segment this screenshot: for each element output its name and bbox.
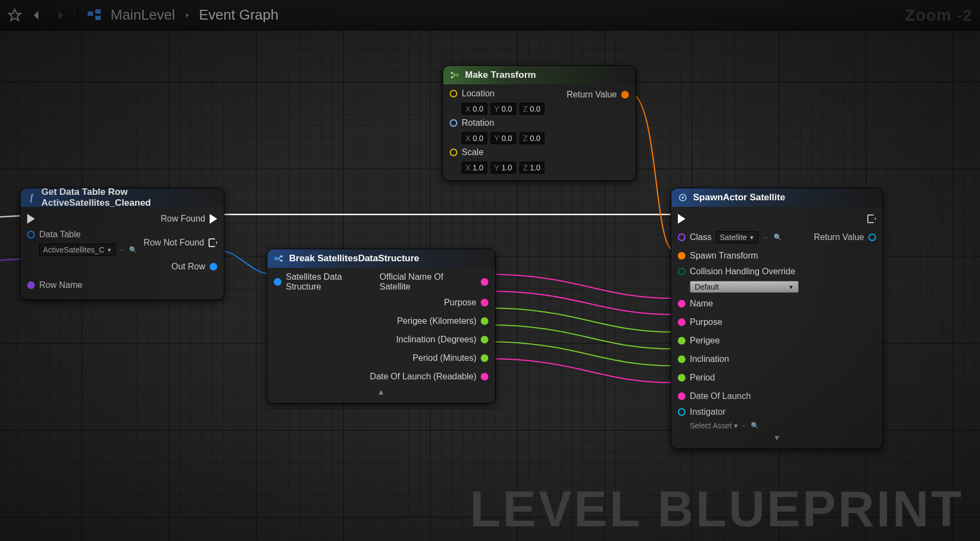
expand-down-icon[interactable]: ▼ (678, 433, 876, 442)
scl-z-field[interactable]: Z1.0 (519, 162, 544, 174)
in-pin-inclination[interactable] (678, 355, 685, 363)
pin-label: Out Row (171, 262, 205, 272)
pin-label: Instigator (690, 407, 726, 417)
rotation-pin[interactable] (450, 119, 457, 127)
exec-in-pin[interactable] (27, 214, 35, 224)
pin-label: Name (690, 299, 713, 309)
node-header[interactable]: Break SatellitesDataStructure (267, 249, 495, 268)
make-struct-icon (450, 70, 460, 80)
expand-down-icon[interactable]: ▲ (274, 388, 488, 396)
out-row-pin[interactable] (210, 263, 217, 270)
exec-in-pin[interactable] (678, 214, 685, 224)
breadcrumb-level[interactable]: MainLevel (111, 7, 175, 23)
pin-label: Row Found (161, 214, 205, 224)
class-picker[interactable]: Satellite▼ (716, 231, 758, 243)
exec-out-rowfound[interactable] (210, 214, 217, 224)
breadcrumb-graph[interactable]: Event Graph (199, 7, 279, 23)
pin-label: Purpose (444, 298, 476, 308)
row-name-pin[interactable] (27, 281, 35, 289)
spawn-icon (678, 193, 688, 202)
node-title: Get Data Table Row ActiveSatellites_Clea… (41, 187, 217, 208)
in-pin-date[interactable] (678, 392, 685, 400)
node-get-data-table-row[interactable]: f Get Data Table Row ActiveSatellites_Cl… (20, 188, 224, 300)
out-pin-name[interactable] (481, 278, 488, 286)
rot-z-field[interactable]: Z0.0 (519, 132, 544, 144)
node-make-transform[interactable]: Make Transform Location X0.0 Y0.0 Z0.0 R… (443, 65, 636, 181)
collision-dropdown[interactable]: Default▼ (690, 281, 799, 293)
class-pin[interactable] (678, 233, 685, 241)
rot-x-field[interactable]: X0.0 (462, 132, 487, 144)
loc-x-field[interactable]: X0.0 (462, 103, 487, 115)
out-pin-date[interactable] (481, 373, 488, 380)
node-header[interactable]: f Get Data Table Row ActiveSatellites_Cl… (21, 188, 224, 207)
pin-label: Scale (462, 147, 483, 157)
class-nav-icon[interactable]: ← (763, 233, 769, 241)
in-pin-period[interactable] (678, 374, 685, 382)
svg-point-11 (682, 196, 684, 199)
svg-rect-1 (88, 11, 93, 16)
separator (77, 7, 78, 23)
svg-point-6 (280, 260, 283, 262)
blueprint-icon[interactable] (88, 9, 103, 21)
out-pin-purpose[interactable] (481, 299, 488, 306)
pin-label: Data Table (39, 230, 81, 239)
pin-label: Perigee (Kilometers) (397, 316, 476, 326)
pin-label: Inclination (Degrees) (396, 335, 476, 345)
scl-x-field[interactable]: X1.0 (462, 162, 487, 174)
spawn-transform-pin[interactable] (678, 252, 685, 260)
return-value-pin[interactable] (621, 91, 629, 99)
asset-browse-icon[interactable]: 🔍 (129, 246, 137, 254)
svg-marker-0 (9, 9, 21, 21)
pin-label: Satellites Data Structure (286, 272, 379, 292)
exec-out-rownotfound[interactable] (209, 238, 217, 247)
function-icon: f (27, 193, 36, 202)
pin-label: Date Of Launch (690, 391, 751, 401)
chevron-right-icon (183, 11, 192, 20)
scale-pin[interactable] (450, 149, 457, 156)
instigator-value[interactable]: Select Asset ▾ (690, 421, 738, 430)
rot-y-field[interactable]: Y0.0 (491, 132, 516, 144)
pin-label: Period (Minutes) (413, 353, 476, 363)
in-pin-purpose[interactable] (678, 318, 685, 326)
struct-in-pin[interactable] (274, 278, 281, 286)
out-pin-inclination[interactable] (481, 336, 488, 343)
out-pin-perigee[interactable] (481, 317, 488, 325)
out-pin-period[interactable] (481, 354, 488, 362)
location-pin[interactable] (450, 90, 457, 97)
node-header[interactable]: SpawnActor Satellite (671, 188, 883, 207)
collision-pin[interactable] (678, 268, 685, 275)
instigator-browse-icon[interactable]: 🔍 (751, 422, 759, 429)
node-spawn-actor[interactable]: SpawnActor Satellite Class Satellite▼ ← … (671, 188, 883, 449)
svg-rect-9 (456, 73, 459, 77)
loc-y-field[interactable]: Y0.0 (491, 103, 516, 115)
toolbar: MainLevel Event Graph Zoom -2 (0, 0, 980, 30)
node-header[interactable]: Make Transform (443, 66, 635, 84)
instigator-nav-icon[interactable]: ← (741, 422, 748, 429)
class-browse-icon[interactable]: 🔍 (774, 233, 782, 241)
instigator-pin[interactable] (678, 408, 685, 416)
asset-nav-back-icon[interactable]: ← (119, 246, 126, 254)
exec-out-pin[interactable] (867, 214, 876, 223)
svg-rect-2 (95, 9, 101, 14)
return-value-pin[interactable] (868, 233, 876, 241)
pin-label: Rotation (462, 118, 494, 128)
nav-back-icon[interactable] (29, 8, 45, 23)
data-table-pin[interactable] (27, 231, 35, 238)
pin-label: Row Not Found (144, 238, 204, 248)
pin-label: Perigee (690, 336, 720, 346)
pin-label: Location (462, 89, 495, 99)
in-pin-name[interactable] (678, 300, 685, 308)
pin-label: Row Name (39, 280, 82, 290)
pin-label: Collision Handling Override (690, 267, 795, 276)
node-break-struct[interactable]: Break SatellitesDataStructure Satellites… (267, 249, 495, 403)
pin-label: Spawn Transform (690, 251, 758, 261)
pin-label: Class (690, 232, 712, 242)
nav-forward-icon[interactable] (52, 8, 68, 23)
svg-point-5 (280, 255, 283, 257)
pin-label: Inclination (690, 354, 729, 364)
scl-y-field[interactable]: Y1.0 (491, 162, 516, 174)
favorite-icon[interactable] (8, 8, 22, 22)
in-pin-perigee[interactable] (678, 337, 685, 345)
asset-picker[interactable]: ActiveSatellites_C▼ (39, 244, 116, 256)
loc-z-field[interactable]: Z0.0 (519, 103, 544, 115)
